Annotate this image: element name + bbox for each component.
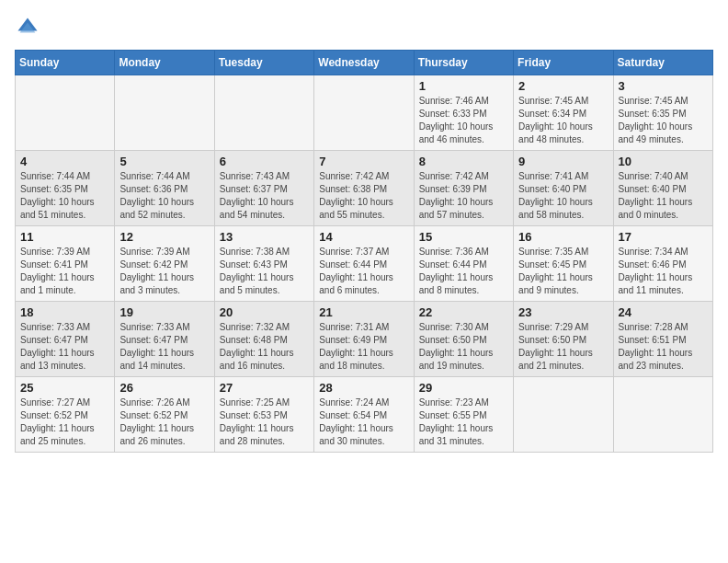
day-info: Sunrise: 7:37 AM Sunset: 6:44 PM Dayligh… <box>319 246 408 297</box>
day-of-week-saturday: Saturday <box>613 51 712 75</box>
calendar-cell: 29Sunrise: 7:23 AM Sunset: 6:55 PM Dayli… <box>414 377 513 453</box>
day-info: Sunrise: 7:33 AM Sunset: 6:47 PM Dayligh… <box>119 321 209 373</box>
calendar-cell: 13Sunrise: 7:38 AM Sunset: 6:43 PM Dayli… <box>214 226 313 302</box>
day-info: Sunrise: 7:38 AM Sunset: 6:43 PM Dayligh… <box>220 246 309 297</box>
day-info: Sunrise: 7:25 AM Sunset: 6:53 PM Dayligh… <box>220 396 309 448</box>
calendar-cell: 11Sunrise: 7:39 AM Sunset: 6:41 PM Dayli… <box>16 226 115 302</box>
calendar-cell <box>314 75 414 151</box>
calendar-cell: 28Sunrise: 7:24 AM Sunset: 6:54 PM Dayli… <box>314 377 414 453</box>
day-number: 14 <box>319 230 408 244</box>
day-number: 19 <box>119 305 209 319</box>
day-of-week-tuesday: Tuesday <box>214 51 313 75</box>
day-of-week-wednesday: Wednesday <box>314 51 414 75</box>
calendar-cell: 10Sunrise: 7:40 AM Sunset: 6:40 PM Dayli… <box>613 151 712 226</box>
day-number: 27 <box>220 381 309 395</box>
calendar-cell: 19Sunrise: 7:33 AM Sunset: 6:47 PM Dayli… <box>115 302 214 377</box>
day-info: Sunrise: 7:45 AM Sunset: 6:34 PM Dayligh… <box>518 95 608 146</box>
day-info: Sunrise: 7:26 AM Sunset: 6:52 PM Dayligh… <box>119 396 209 448</box>
calendar-cell: 9Sunrise: 7:41 AM Sunset: 6:40 PM Daylig… <box>514 151 613 226</box>
day-number: 8 <box>419 155 508 168</box>
calendar-cell: 24Sunrise: 7:28 AM Sunset: 6:51 PM Dayli… <box>613 302 712 377</box>
calendar-cell <box>613 377 712 453</box>
day-number: 10 <box>619 155 708 168</box>
calendar-cell: 22Sunrise: 7:30 AM Sunset: 6:50 PM Dayli… <box>414 302 513 377</box>
calendar-cell: 5Sunrise: 7:44 AM Sunset: 6:36 PM Daylig… <box>115 151 214 226</box>
calendar-cell: 27Sunrise: 7:25 AM Sunset: 6:53 PM Dayli… <box>214 377 313 453</box>
day-info: Sunrise: 7:24 AM Sunset: 6:54 PM Dayligh… <box>319 396 408 448</box>
calendar-cell: 1Sunrise: 7:46 AM Sunset: 6:33 PM Daylig… <box>414 75 513 151</box>
week-row-1: 1Sunrise: 7:46 AM Sunset: 6:33 PM Daylig… <box>16 75 713 151</box>
calendar-cell: 4Sunrise: 7:44 AM Sunset: 6:35 PM Daylig… <box>16 151 115 226</box>
day-info: Sunrise: 7:30 AM Sunset: 6:50 PM Dayligh… <box>419 321 508 373</box>
day-of-week-thursday: Thursday <box>414 51 513 75</box>
day-number: 9 <box>518 155 608 168</box>
calendar-cell: 8Sunrise: 7:42 AM Sunset: 6:39 PM Daylig… <box>414 151 513 226</box>
day-number: 1 <box>419 79 508 93</box>
day-number: 29 <box>419 381 508 395</box>
day-number: 18 <box>20 305 109 319</box>
day-info: Sunrise: 7:44 AM Sunset: 6:36 PM Dayligh… <box>119 170 209 222</box>
calendar-cell: 16Sunrise: 7:35 AM Sunset: 6:45 PM Dayli… <box>514 226 613 302</box>
calendar-header: SundayMondayTuesdayWednesdayThursdayFrid… <box>16 51 713 75</box>
day-number: 23 <box>518 305 608 319</box>
day-info: Sunrise: 7:44 AM Sunset: 6:35 PM Dayligh… <box>20 170 109 222</box>
calendar-cell: 14Sunrise: 7:37 AM Sunset: 6:44 PM Dayli… <box>314 226 414 302</box>
calendar-cell <box>115 75 214 151</box>
calendar-body: 1Sunrise: 7:46 AM Sunset: 6:33 PM Daylig… <box>16 75 713 453</box>
day-number: 6 <box>220 155 309 168</box>
calendar-cell <box>16 75 115 151</box>
day-info: Sunrise: 7:41 AM Sunset: 6:40 PM Dayligh… <box>518 170 608 222</box>
day-info: Sunrise: 7:35 AM Sunset: 6:45 PM Dayligh… <box>518 246 608 297</box>
calendar-cell: 3Sunrise: 7:45 AM Sunset: 6:35 PM Daylig… <box>613 75 712 151</box>
day-info: Sunrise: 7:42 AM Sunset: 6:38 PM Dayligh… <box>319 170 408 222</box>
day-number: 26 <box>119 381 209 395</box>
week-row-2: 4Sunrise: 7:44 AM Sunset: 6:35 PM Daylig… <box>16 151 713 226</box>
day-info: Sunrise: 7:28 AM Sunset: 6:51 PM Dayligh… <box>619 321 708 373</box>
day-number: 28 <box>319 381 408 395</box>
calendar-cell: 17Sunrise: 7:34 AM Sunset: 6:46 PM Dayli… <box>613 226 712 302</box>
calendar-cell: 18Sunrise: 7:33 AM Sunset: 6:47 PM Dayli… <box>16 302 115 377</box>
day-number: 24 <box>619 305 708 319</box>
week-row-5: 25Sunrise: 7:27 AM Sunset: 6:52 PM Dayli… <box>16 377 713 453</box>
day-info: Sunrise: 7:36 AM Sunset: 6:44 PM Dayligh… <box>419 246 508 297</box>
day-info: Sunrise: 7:32 AM Sunset: 6:48 PM Dayligh… <box>220 321 309 373</box>
calendar-cell <box>514 377 613 453</box>
day-number: 7 <box>319 155 408 168</box>
calendar-cell: 15Sunrise: 7:36 AM Sunset: 6:44 PM Dayli… <box>414 226 513 302</box>
calendar-cell: 25Sunrise: 7:27 AM Sunset: 6:52 PM Dayli… <box>16 377 115 453</box>
days-of-week-row: SundayMondayTuesdayWednesdayThursdayFrid… <box>16 51 713 75</box>
calendar-cell: 26Sunrise: 7:26 AM Sunset: 6:52 PM Dayli… <box>115 377 214 453</box>
day-number: 20 <box>220 305 309 319</box>
logo-icon <box>15 15 40 40</box>
day-number: 3 <box>619 79 708 93</box>
day-number: 2 <box>518 79 608 93</box>
day-of-week-sunday: Sunday <box>16 51 115 75</box>
calendar-cell: 2Sunrise: 7:45 AM Sunset: 6:34 PM Daylig… <box>514 75 613 151</box>
day-of-week-friday: Friday <box>514 51 613 75</box>
week-row-3: 11Sunrise: 7:39 AM Sunset: 6:41 PM Dayli… <box>16 226 713 302</box>
calendar-cell: 21Sunrise: 7:31 AM Sunset: 6:49 PM Dayli… <box>314 302 414 377</box>
day-info: Sunrise: 7:42 AM Sunset: 6:39 PM Dayligh… <box>419 170 508 222</box>
day-number: 15 <box>419 230 508 244</box>
page-header <box>15 15 713 40</box>
day-info: Sunrise: 7:33 AM Sunset: 6:47 PM Dayligh… <box>20 321 109 373</box>
calendar-cell: 20Sunrise: 7:32 AM Sunset: 6:48 PM Dayli… <box>214 302 313 377</box>
day-number: 22 <box>419 305 508 319</box>
week-row-4: 18Sunrise: 7:33 AM Sunset: 6:47 PM Dayli… <box>16 302 713 377</box>
calendar-cell <box>214 75 313 151</box>
day-info: Sunrise: 7:39 AM Sunset: 6:41 PM Dayligh… <box>20 246 109 297</box>
day-number: 16 <box>518 230 608 244</box>
day-number: 17 <box>619 230 708 244</box>
day-number: 4 <box>20 155 109 168</box>
day-info: Sunrise: 7:45 AM Sunset: 6:35 PM Dayligh… <box>619 95 708 146</box>
calendar-cell: 12Sunrise: 7:39 AM Sunset: 6:42 PM Dayli… <box>115 226 214 302</box>
day-info: Sunrise: 7:23 AM Sunset: 6:55 PM Dayligh… <box>419 396 508 448</box>
day-number: 25 <box>20 381 109 395</box>
day-info: Sunrise: 7:40 AM Sunset: 6:40 PM Dayligh… <box>619 170 708 222</box>
day-of-week-monday: Monday <box>115 51 214 75</box>
calendar-cell: 6Sunrise: 7:43 AM Sunset: 6:37 PM Daylig… <box>214 151 313 226</box>
day-info: Sunrise: 7:29 AM Sunset: 6:50 PM Dayligh… <box>518 321 608 373</box>
day-info: Sunrise: 7:43 AM Sunset: 6:37 PM Dayligh… <box>220 170 309 222</box>
day-number: 13 <box>220 230 309 244</box>
day-number: 5 <box>119 155 209 168</box>
